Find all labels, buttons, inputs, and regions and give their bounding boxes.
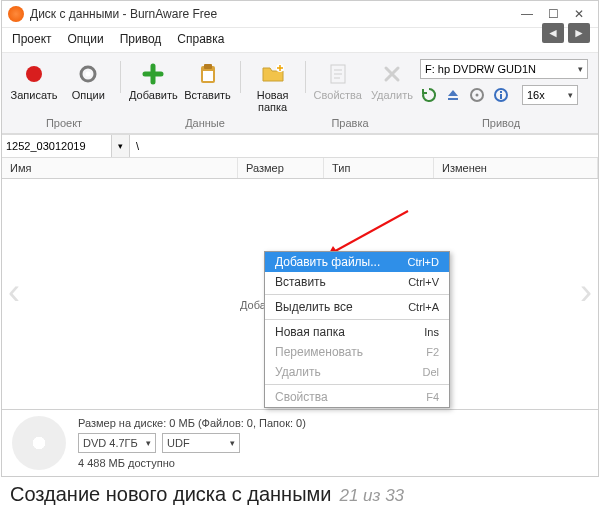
delete-button: Удалить <box>366 59 418 103</box>
ctx-props: СвойстваF4 <box>265 387 449 407</box>
nav-prev-icon[interactable]: ◄ <box>542 23 564 43</box>
file-list-area[interactable]: ‹ › Добав Добавить файлы...Ctrl+D Встави… <box>2 179 598 409</box>
props-button: Свойства <box>312 59 364 103</box>
newfolder-button[interactable]: Новая папка <box>247 59 299 115</box>
chevron-right-icon[interactable]: › <box>580 271 592 313</box>
svg-rect-4 <box>204 64 212 69</box>
footer: Размер на диске: 0 МБ (Файлов: 0, Папок:… <box>2 409 598 476</box>
add-button[interactable]: Добавить <box>127 59 179 103</box>
clipboard-icon <box>195 61 221 87</box>
col-modified[interactable]: Изменен <box>434 158 598 178</box>
record-button[interactable]: Записать <box>8 59 60 103</box>
menubar: Проект Опции Привод Справка <box>2 28 598 53</box>
titlebar: Диск с данными - BurnAware Free ― ☐ ✕ <box>2 1 598 28</box>
disc-icon <box>12 416 66 470</box>
speed-selector[interactable]: 16x▾ <box>522 85 578 105</box>
path-dropdown-icon[interactable]: ▾ <box>112 135 130 157</box>
ctx-rename: ПереименоватьF2 <box>265 342 449 362</box>
close-button[interactable]: ✕ <box>566 5 592 23</box>
col-type[interactable]: Тип <box>324 158 434 178</box>
paste-button[interactable]: Вставить <box>181 59 233 103</box>
fs-selector[interactable]: UDF▾ <box>162 433 240 453</box>
svg-point-0 <box>26 66 42 82</box>
path-row: 1252_03012019 ▾ \ <box>2 134 598 158</box>
size-status: Размер на диске: 0 МБ (Файлов: 0, Папок:… <box>78 417 306 429</box>
list-header: Имя Размер Тип Изменен <box>2 158 598 179</box>
col-name[interactable]: Имя <box>2 158 238 178</box>
menu-help[interactable]: Справка <box>175 30 226 48</box>
project-name-input[interactable]: 1252_03012019 <box>2 135 112 157</box>
svg-rect-8 <box>448 98 458 100</box>
col-size[interactable]: Размер <box>238 158 324 178</box>
svg-line-14 <box>328 211 408 255</box>
info-icon[interactable] <box>492 86 510 104</box>
svg-point-2 <box>86 72 91 77</box>
menu-project[interactable]: Проект <box>10 30 54 48</box>
drive-selector[interactable]: F: hp DVDRW GUD1N▾ <box>420 59 588 79</box>
gear-icon <box>75 61 101 87</box>
drive-panel: F: hp DVDRW GUD1N▾ 16x▾ <box>420 59 592 105</box>
available-status: 4 488 МБ доступно <box>78 457 306 469</box>
context-menu: Добавить файлы...Ctrl+D ВставитьCtrl+V В… <box>264 251 450 408</box>
toolbar-group-labels: Проект Данные Правка Привод <box>8 115 592 133</box>
toolbar: Записать Опции Добавить Вставить <box>2 53 598 134</box>
eject-icon[interactable] <box>444 86 462 104</box>
delete-icon <box>379 61 405 87</box>
svg-rect-5 <box>203 71 213 81</box>
page-caption: Создание нового диска с данными 21 из 33 <box>0 477 600 516</box>
caption-text: Создание нового диска с данными <box>10 483 331 506</box>
ctx-add-files[interactable]: Добавить файлы...Ctrl+D <box>265 252 449 272</box>
menu-drive[interactable]: Привод <box>118 30 164 48</box>
slideshow-nav: ◄ ► <box>542 23 590 43</box>
maximize-button[interactable]: ☐ <box>540 5 566 23</box>
minimize-button[interactable]: ― <box>514 5 540 23</box>
ctx-new-folder[interactable]: Новая папкаIns <box>265 322 449 342</box>
window-title: Диск с данными - BurnAware Free <box>30 7 514 21</box>
newfolder-icon <box>260 61 286 87</box>
plus-icon <box>140 61 166 87</box>
disc-small-icon[interactable] <box>468 86 486 104</box>
caption-count: 21 из 33 <box>339 486 404 506</box>
path-input[interactable]: \ <box>130 135 598 157</box>
record-icon <box>21 61 47 87</box>
refresh-icon[interactable] <box>420 86 438 104</box>
app-window: Диск с данными - BurnAware Free ― ☐ ✕ ◄ … <box>1 0 599 477</box>
chevron-left-icon[interactable]: ‹ <box>8 271 20 313</box>
media-selector[interactable]: DVD 4.7ГБ▾ <box>78 433 156 453</box>
menu-options[interactable]: Опции <box>66 30 106 48</box>
svg-rect-13 <box>500 91 502 93</box>
ctx-paste[interactable]: ВставитьCtrl+V <box>265 272 449 292</box>
ctx-delete: УдалитьDel <box>265 362 449 382</box>
nav-next-icon[interactable]: ► <box>568 23 590 43</box>
app-icon <box>8 6 24 22</box>
props-icon <box>325 61 351 87</box>
options-button[interactable]: Опции <box>62 59 114 103</box>
svg-point-10 <box>476 94 479 97</box>
svg-rect-12 <box>500 94 502 99</box>
ctx-select-all[interactable]: Выделить всеCtrl+A <box>265 297 449 317</box>
